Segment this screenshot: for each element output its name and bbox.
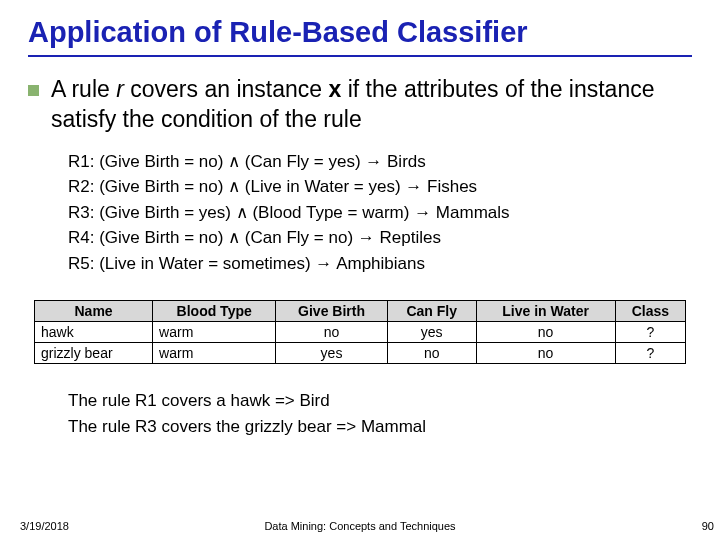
cell-name: hawk bbox=[35, 322, 153, 343]
col-name: Name bbox=[35, 301, 153, 322]
lead-r: r bbox=[116, 76, 124, 102]
rule-item: R1: (Give Birth = no) ∧ (Can Fly = yes) … bbox=[68, 149, 692, 175]
footer-page: 90 bbox=[702, 520, 714, 532]
conclusion-line: The rule R1 covers a hawk => Bird bbox=[68, 388, 692, 414]
rule-list: R1: (Give Birth = no) ∧ (Can Fly = yes) … bbox=[68, 149, 692, 277]
table-row: grizzly bear warm yes no no ? bbox=[35, 343, 686, 364]
cell-water: no bbox=[476, 343, 615, 364]
conclusion-line: The rule R3 covers the grizzly bear => M… bbox=[68, 414, 692, 440]
slide: Application of Rule-Based Classifier A r… bbox=[0, 0, 720, 540]
footer-source: Data Mining: Concepts and Techniques bbox=[0, 520, 720, 532]
lead-text: A rule r covers an instance x if the att… bbox=[51, 75, 692, 135]
col-class: Class bbox=[615, 301, 685, 322]
cell-class: ? bbox=[615, 322, 685, 343]
cell-name: grizzly bear bbox=[35, 343, 153, 364]
table-header-row: Name Blood Type Give Birth Can Fly Live … bbox=[35, 301, 686, 322]
rule-item: R5: (Live in Water = sometimes) → Amphib… bbox=[68, 251, 692, 277]
cell-fly: no bbox=[387, 343, 476, 364]
conclusions: The rule R1 covers a hawk => Bird The ru… bbox=[68, 388, 692, 439]
cell-blood: warm bbox=[153, 343, 276, 364]
title-underline bbox=[28, 55, 692, 57]
table-row: hawk warm no yes no ? bbox=[35, 322, 686, 343]
bullet-icon bbox=[28, 85, 39, 96]
data-table: Name Blood Type Give Birth Can Fly Live … bbox=[34, 300, 686, 364]
rule-item: R4: (Give Birth = no) ∧ (Can Fly = no) →… bbox=[68, 225, 692, 251]
col-give-birth: Give Birth bbox=[276, 301, 388, 322]
cell-blood: warm bbox=[153, 322, 276, 343]
lead-x: x bbox=[328, 76, 341, 102]
lead-pre: A rule bbox=[51, 76, 116, 102]
col-can-fly: Can Fly bbox=[387, 301, 476, 322]
lead-block: A rule r covers an instance x if the att… bbox=[28, 75, 692, 135]
data-table-wrap: Name Blood Type Give Birth Can Fly Live … bbox=[34, 300, 686, 364]
col-blood-type: Blood Type bbox=[153, 301, 276, 322]
slide-title: Application of Rule-Based Classifier bbox=[28, 16, 692, 49]
cell-class: ? bbox=[615, 343, 685, 364]
lead-mid: covers an instance bbox=[124, 76, 329, 102]
cell-birth: yes bbox=[276, 343, 388, 364]
cell-water: no bbox=[476, 322, 615, 343]
cell-birth: no bbox=[276, 322, 388, 343]
rule-item: R3: (Give Birth = yes) ∧ (Blood Type = w… bbox=[68, 200, 692, 226]
cell-fly: yes bbox=[387, 322, 476, 343]
col-live-water: Live in Water bbox=[476, 301, 615, 322]
rule-item: R2: (Give Birth = no) ∧ (Live in Water =… bbox=[68, 174, 692, 200]
